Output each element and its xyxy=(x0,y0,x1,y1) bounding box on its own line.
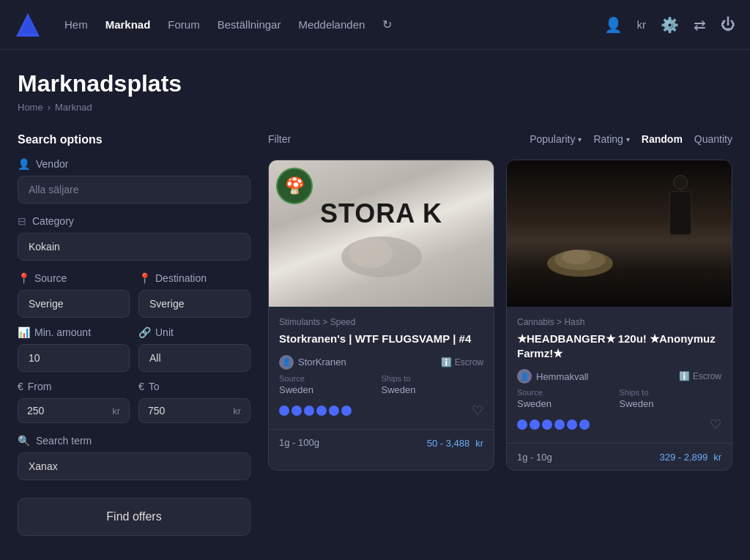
price-value-1: 50 - 3,488 kr xyxy=(427,437,483,449)
page: Marknadsplats Home › Marknad Search opti… xyxy=(0,50,750,553)
vendor-info-2: 👤 Hemmakvall xyxy=(517,369,589,384)
dot-5 xyxy=(329,406,339,416)
nav-marknad[interactable]: Marknad xyxy=(105,18,151,31)
card-category-2: Cannabis > Hash xyxy=(517,317,721,327)
nav-meddelanden[interactable]: Meddelanden xyxy=(298,18,365,31)
price-value-2: 329 - 2,899 kr xyxy=(659,451,721,463)
dot-4 xyxy=(316,406,327,416)
substance-shape xyxy=(338,231,426,283)
sidebar-title: Search options xyxy=(18,133,250,146)
cards-grid: 🍄 STORA K Stimulan xyxy=(268,160,732,471)
power-icon[interactable]: ⏻ xyxy=(721,16,735,33)
svg-point-6 xyxy=(562,250,591,264)
ship-dest-1: Ships to Sweden xyxy=(382,374,484,395)
vendor-avatar-1: 👤 xyxy=(279,355,294,370)
min-amount-icon: 📊 xyxy=(18,326,30,338)
nav-icons: 👤 kr ⚙️ ⇄ ⏻ xyxy=(604,16,736,34)
breadcrumb-separator: › xyxy=(48,102,51,113)
search-term-input[interactable] xyxy=(18,452,250,480)
rating-dots-1 xyxy=(279,406,352,416)
favorite-button-1[interactable]: ♡ xyxy=(472,403,483,419)
ship-source-1: Source Sweden xyxy=(279,374,382,395)
unit-col: 🔗 Unit xyxy=(138,326,250,372)
ship-source-2: Source Sweden xyxy=(517,388,620,409)
nav-forum[interactable]: Forum xyxy=(168,18,199,31)
vendor-info-1: 👤 StorKranen xyxy=(279,355,346,370)
search-term-label: 🔍 Search term xyxy=(18,435,250,447)
info-icon-1: ℹ️ xyxy=(441,357,452,367)
card-body-2: Cannabis > Hash ★HEADBANGER★ 120u! ★Anon… xyxy=(507,307,732,443)
unit-label: 🔗 Unit xyxy=(138,326,250,338)
from-input[interactable] xyxy=(27,405,92,417)
search-term-section: 🔍 Search term xyxy=(18,435,250,480)
from-label: € From xyxy=(18,381,130,392)
vendor-input[interactable] xyxy=(18,176,250,204)
destination-input[interactable] xyxy=(138,290,250,318)
sidebar: Search options 👤 Vendor ⊟ Category xyxy=(18,133,250,536)
card-price-row-2: 1g - 10g 329 - 2,899 kr xyxy=(507,443,732,470)
category-input[interactable] xyxy=(18,233,250,261)
user-icon[interactable]: 👤 xyxy=(604,16,623,34)
breadcrumb: Home › Marknad xyxy=(18,102,732,113)
dot-2 xyxy=(292,406,302,416)
content-area: Search options 👤 Vendor ⊟ Category xyxy=(18,133,732,536)
destination-col: 📍 Destination xyxy=(138,272,250,318)
rating-dots-2 xyxy=(517,419,590,430)
page-title: Marknadsplats xyxy=(18,70,732,97)
sort-options: Popularity ▾ Rating ▾ Random Quantity xyxy=(530,133,732,145)
dot-2-3 xyxy=(542,419,552,430)
currency-label[interactable]: kr xyxy=(637,18,647,31)
card-ship-row-2: Source Sweden Ships to Sweden xyxy=(517,388,721,409)
unit-input[interactable] xyxy=(138,344,250,372)
dot-1 xyxy=(279,406,289,416)
dot-2-1 xyxy=(517,419,527,430)
refresh-icon[interactable]: ↻ xyxy=(382,18,392,31)
category-section: ⊟ Category xyxy=(18,215,250,261)
from-col: € From kr xyxy=(18,381,130,423)
settings-icon[interactable]: ⚙️ xyxy=(661,16,679,34)
find-offers-button[interactable]: Find offers xyxy=(18,498,250,536)
vendor-name-2: Hemmakvall xyxy=(536,371,589,382)
vendor-icon: 👤 xyxy=(18,158,30,170)
sort-popularity[interactable]: Popularity ▾ xyxy=(530,133,582,145)
filter-button[interactable]: Filter xyxy=(268,133,291,145)
navbar: Hem Marknad Forum Beställningar Meddelan… xyxy=(0,0,750,50)
source-col: 📍 Source xyxy=(18,272,130,318)
popularity-chevron: ▾ xyxy=(578,135,582,143)
transfer-icon[interactable]: ⇄ xyxy=(694,16,706,34)
vendor-avatar-2: 👤 xyxy=(517,369,532,384)
category-label: ⊟ Category xyxy=(18,215,250,227)
to-input[interactable] xyxy=(148,405,213,417)
card-ship-row-1: Source Sweden Ships to Sweden xyxy=(279,374,483,395)
nav-links: Hem Marknad Forum Beställningar Meddelan… xyxy=(64,18,587,31)
sort-rating[interactable]: Rating ▾ xyxy=(593,133,629,145)
logo[interactable] xyxy=(15,12,41,38)
vendor-label: 👤 Vendor xyxy=(18,158,250,170)
product-card-1: 🍄 STORA K Stimulan xyxy=(268,160,494,471)
card-title-2: ★HEADBANGER★ 120u! ★Anonymuz Farmz!★ xyxy=(517,332,721,360)
destination-label: 📍 Destination xyxy=(138,272,250,284)
min-amount-input[interactable] xyxy=(18,344,130,372)
search-icon: 🔍 xyxy=(18,435,30,447)
breadcrumb-home[interactable]: Home xyxy=(18,102,43,113)
card-image-1[interactable]: 🍄 STORA K xyxy=(269,160,494,307)
source-icon: 📍 xyxy=(18,272,30,284)
dot-2-4 xyxy=(554,419,565,430)
to-input-wrap: kr xyxy=(138,398,250,423)
ship-dest-2: Ships to Sweden xyxy=(620,388,722,409)
dot-3 xyxy=(304,406,314,416)
sort-random[interactable]: Random xyxy=(642,133,683,145)
from-icon: € xyxy=(18,381,23,392)
min-unit-row: 📊 Min. amount 🔗 Unit xyxy=(18,326,250,372)
source-input[interactable] xyxy=(18,290,130,318)
to-label: € To xyxy=(138,381,250,392)
product-card-2: Cannabis > Hash ★HEADBANGER★ 120u! ★Anon… xyxy=(506,160,732,471)
card-image-2[interactable] xyxy=(507,160,732,307)
dot-6 xyxy=(341,406,352,416)
from-input-wrap: kr xyxy=(18,398,130,423)
sort-quantity[interactable]: Quantity xyxy=(694,133,732,145)
nav-hem[interactable]: Hem xyxy=(64,18,88,31)
nav-bestallningar[interactable]: Beställningar xyxy=(218,18,281,31)
info-icon-2: ℹ️ xyxy=(679,371,690,381)
favorite-button-2[interactable]: ♡ xyxy=(710,417,721,433)
